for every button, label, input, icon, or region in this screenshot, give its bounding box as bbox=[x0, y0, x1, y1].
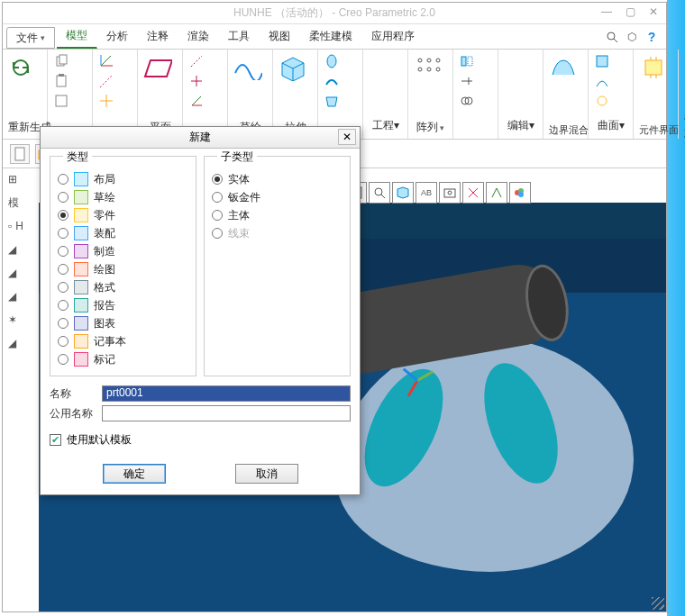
subtype-option-1[interactable]: 钣金件 bbox=[212, 188, 342, 206]
pattern-icon[interactable] bbox=[414, 53, 443, 82]
radio-icon[interactable] bbox=[58, 246, 68, 257]
type-option-9[interactable]: 记事本 bbox=[58, 332, 188, 350]
resize-handle-icon[interactable] bbox=[652, 597, 664, 610]
subtype-label: 主体 bbox=[228, 208, 250, 223]
perspective-icon[interactable] bbox=[486, 182, 507, 204]
sketch-icon[interactable] bbox=[233, 53, 262, 82]
component-interface-icon[interactable] bbox=[639, 53, 668, 82]
type-option-2[interactable]: 零件 bbox=[58, 206, 188, 224]
saved-views-icon[interactable] bbox=[392, 182, 414, 204]
clipboard-icon[interactable] bbox=[53, 93, 69, 109]
maximize-button[interactable]: ▢ bbox=[623, 5, 637, 18]
radio-icon[interactable] bbox=[58, 210, 68, 221]
dialog-close-button[interactable]: ✕ bbox=[338, 129, 356, 145]
tree-toggle-icon[interactable]: ⊞ bbox=[8, 170, 37, 188]
group-engineering[interactable]: 工程▾ bbox=[369, 115, 402, 135]
radio-icon[interactable] bbox=[58, 336, 68, 347]
freestyle-icon[interactable] bbox=[594, 93, 610, 109]
radio-icon[interactable] bbox=[58, 174, 68, 185]
radio-icon[interactable] bbox=[58, 318, 68, 329]
paste-icon[interactable] bbox=[53, 73, 69, 89]
datum-node-1[interactable]: ◢ bbox=[8, 240, 37, 258]
cancel-button[interactable]: 取消 bbox=[235, 464, 298, 484]
help-icon[interactable]: ? bbox=[644, 30, 659, 44]
extrude-icon[interactable] bbox=[279, 53, 307, 82]
radio-icon[interactable] bbox=[58, 264, 68, 275]
annotations-icon[interactable]: AB bbox=[416, 182, 437, 204]
datum-csys-icon[interactable] bbox=[98, 53, 114, 69]
minimize-button[interactable]: — bbox=[599, 5, 614, 18]
radio-icon[interactable] bbox=[58, 282, 68, 293]
use-default-template-label: 使用默认模板 bbox=[67, 432, 132, 448]
datum-axis-icon[interactable] bbox=[98, 73, 114, 89]
copy-icon[interactable] bbox=[53, 53, 69, 69]
layers-icon[interactable] bbox=[509, 182, 531, 204]
tab-model[interactable]: 模型 bbox=[57, 24, 97, 49]
radio-icon[interactable] bbox=[58, 192, 68, 203]
model-node[interactable]: ▫ H bbox=[8, 217, 37, 235]
subtype-option-0[interactable]: 实体 bbox=[212, 170, 342, 188]
zoom-icon[interactable] bbox=[369, 182, 390, 204]
radio-icon[interactable] bbox=[212, 192, 223, 203]
radio-icon[interactable] bbox=[212, 210, 223, 221]
snapshot-icon[interactable] bbox=[439, 182, 461, 204]
new-file-button[interactable] bbox=[10, 144, 30, 164]
axis-icon[interactable] bbox=[188, 53, 205, 69]
type-option-0[interactable]: 布局 bbox=[58, 170, 188, 188]
tab-apps[interactable]: 应用程序 bbox=[362, 24, 425, 49]
sweep-icon[interactable] bbox=[324, 73, 340, 89]
ok-button[interactable]: 确定 bbox=[103, 464, 166, 484]
trim-icon[interactable] bbox=[459, 73, 475, 89]
dialog-titlebar[interactable]: 新建 ✕ bbox=[41, 127, 360, 149]
radio-icon[interactable] bbox=[212, 174, 223, 185]
merge-icon[interactable] bbox=[459, 93, 475, 109]
regenerate-icon[interactable] bbox=[8, 53, 37, 82]
style-icon[interactable] bbox=[594, 73, 610, 89]
radio-icon[interactable] bbox=[58, 354, 68, 365]
common-name-input[interactable] bbox=[102, 405, 351, 421]
type-label: 记事本 bbox=[94, 334, 126, 349]
plane-icon[interactable] bbox=[143, 53, 172, 82]
blend-icon[interactable] bbox=[324, 93, 340, 109]
settings-icon[interactable]: ⬡ bbox=[625, 30, 639, 44]
boundary-blend-icon[interactable] bbox=[549, 53, 578, 82]
group-edit[interactable]: 编辑▾ bbox=[504, 115, 537, 135]
group-surface[interactable]: 曲面▾ bbox=[594, 115, 627, 135]
display-style-icon[interactable] bbox=[462, 182, 484, 204]
fill-icon[interactable] bbox=[594, 53, 610, 69]
close-button[interactable]: ✕ bbox=[646, 5, 661, 18]
type-option-10[interactable]: 标记 bbox=[58, 350, 188, 368]
component-label: 元件界面 bbox=[639, 124, 672, 135]
tab-view[interactable]: 视图 bbox=[260, 24, 300, 49]
tab-annotate[interactable]: 注释 bbox=[138, 24, 178, 49]
radio-icon[interactable] bbox=[58, 228, 68, 239]
datum-point-icon[interactable] bbox=[98, 93, 114, 109]
tab-render[interactable]: 渲染 bbox=[178, 24, 219, 49]
type-option-5[interactable]: 绘图 bbox=[58, 260, 188, 278]
revolve-icon[interactable] bbox=[324, 53, 340, 69]
tab-flex[interactable]: 柔性建模 bbox=[300, 24, 362, 49]
menu-file[interactable]: 文件▾ bbox=[6, 27, 55, 49]
type-option-1[interactable]: 草绘 bbox=[58, 188, 188, 206]
type-option-7[interactable]: 报告 bbox=[58, 296, 188, 314]
tab-tools[interactable]: 工具 bbox=[219, 24, 260, 49]
type-option-6[interactable]: 格式 bbox=[58, 278, 188, 296]
datum-node-2[interactable]: ◢ bbox=[8, 264, 37, 282]
radio-icon[interactable] bbox=[58, 300, 68, 311]
type-option-3[interactable]: 装配 bbox=[58, 224, 188, 242]
svg-rect-5 bbox=[59, 74, 64, 77]
point-icon[interactable] bbox=[188, 73, 205, 89]
mirror-icon[interactable] bbox=[459, 53, 475, 69]
use-default-template-checkbox[interactable]: ✔ bbox=[50, 434, 61, 446]
tab-analysis[interactable]: 分析 bbox=[97, 24, 138, 49]
search-icon[interactable] bbox=[605, 30, 619, 44]
name-input[interactable]: prt0001 bbox=[102, 385, 351, 402]
svg-point-18 bbox=[327, 55, 336, 68]
csys-icon[interactable] bbox=[188, 93, 205, 109]
type-option-8[interactable]: 图表 bbox=[58, 314, 188, 332]
datum-node-3[interactable]: ◢ bbox=[8, 287, 37, 305]
subtype-option-2[interactable]: 主体 bbox=[212, 206, 342, 224]
csys-node[interactable]: ✶ bbox=[8, 311, 37, 329]
feature-node[interactable]: ◢ bbox=[8, 334, 37, 352]
type-option-4[interactable]: 制造 bbox=[58, 242, 188, 260]
